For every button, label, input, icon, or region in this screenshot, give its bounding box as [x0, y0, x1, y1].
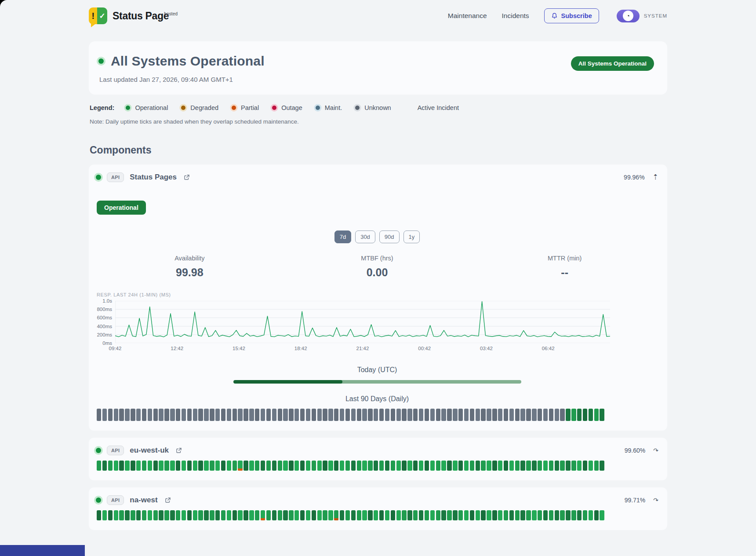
theme-toggle[interactable]: ◔: [617, 10, 640, 22]
uptime-tick: [515, 409, 520, 421]
uptime-tick: [317, 409, 322, 421]
range-30d-button[interactable]: 30d: [355, 230, 375, 243]
uptime-tick: [577, 409, 582, 421]
uptime-tick: [334, 461, 338, 471]
uptime-tick: [351, 510, 356, 520]
uptime-tick: [119, 409, 124, 421]
uptime-tick: [368, 461, 372, 471]
uptime-tick: [204, 510, 208, 520]
legend-item: Maint.: [316, 104, 342, 111]
range-1y-button[interactable]: 1y: [403, 230, 420, 243]
external-link-icon[interactable]: [175, 447, 182, 454]
stat-label: MTTR (min): [471, 255, 658, 262]
uptime-tick: [413, 461, 418, 471]
status-page: ! ✓ Status Page hosted Maintenance Incid…: [0, 0, 756, 556]
collapse-arrow-icon[interactable]: ⇡: [653, 174, 658, 181]
uptime-tick: [278, 409, 282, 421]
range-90d-button[interactable]: 90d: [379, 230, 400, 243]
uptime-tick: [396, 461, 401, 471]
uptime-tick: [164, 510, 169, 520]
uptime-tick: [198, 461, 203, 471]
y-tick-label: 0ms: [102, 340, 112, 346]
brand[interactable]: ! ✓ Status Page hosted: [89, 7, 174, 24]
uptime-tick: [97, 510, 101, 520]
legend-dot-outage: [272, 106, 276, 110]
uptime-tick: [464, 510, 469, 520]
uptime-tick-bar[interactable]: [96, 409, 604, 421]
uptime-tick: [396, 409, 401, 421]
uptime-tick: [453, 461, 457, 471]
uptime-tick: [470, 510, 474, 520]
y-tick-label: 1.0s: [102, 298, 112, 304]
uptime-tick: [571, 409, 576, 421]
uptime-tick: [374, 510, 378, 520]
uptime-tick: [108, 409, 113, 421]
expand-arrow-icon[interactable]: ↷: [653, 497, 658, 503]
subscribe-button[interactable]: Subscribe: [544, 8, 599, 23]
uptime-tick: [312, 510, 316, 520]
legend-dot-partial: [232, 106, 236, 110]
uptime-tick: [509, 510, 514, 520]
stat-label: MTBF (hrs): [284, 255, 471, 262]
uptime-tick: [278, 510, 282, 520]
uptime-tick: [402, 409, 406, 421]
uptime-tick: [441, 461, 446, 471]
uptime-tick: [193, 510, 197, 520]
uptime-tick: [125, 510, 129, 520]
uptime-tick: [283, 510, 287, 520]
external-link-icon[interactable]: [164, 497, 171, 504]
uptime-tick: [345, 461, 350, 471]
uptime-tick: [136, 510, 141, 520]
uptime-tick: [498, 510, 502, 520]
uptime-tick: [131, 510, 135, 520]
uptime-tick: [520, 409, 525, 421]
component-stats: Availability99.98MTBF (hrs)0.00MTTR (min…: [96, 255, 658, 279]
x-tick-label: 21:42: [356, 346, 369, 351]
uptime-tick: [323, 461, 327, 471]
uptime-tick: [114, 510, 118, 520]
legend-item-label: Unknown: [364, 104, 391, 111]
uptime-tick: [204, 461, 208, 471]
today-progress-fill: [233, 380, 343, 384]
nav-maintenance[interactable]: Maintenance: [448, 12, 487, 20]
uptime-tick: [520, 461, 525, 471]
uptime-tick-bar[interactable]: [96, 510, 604, 520]
uptime-tick: [368, 409, 372, 421]
uptime-tick: [142, 409, 146, 421]
uptime-tick: [136, 409, 141, 421]
uptime-tick: [402, 461, 406, 471]
uptime-tick: [504, 461, 508, 471]
uptime-tick: [492, 461, 497, 471]
uptime-tick: [549, 461, 553, 471]
nav-incidents[interactable]: Incidents: [502, 12, 529, 20]
uptime-tick: [119, 510, 124, 520]
uptime-tick: [362, 510, 367, 520]
uptime-tick: [430, 510, 435, 520]
expand-arrow-icon[interactable]: ↷: [653, 447, 658, 454]
uptime-tick: [589, 409, 593, 421]
uptime-tick: [272, 409, 276, 421]
uptime-tick: [255, 409, 259, 421]
uptime-tick: [385, 461, 389, 471]
component-name: Status Pages: [130, 173, 177, 182]
uptime-tick: [425, 409, 429, 421]
uptime-tick: [233, 510, 237, 520]
range-7d-button[interactable]: 7d: [334, 230, 351, 243]
uptime-tick: [520, 510, 525, 520]
uptime-tick: [430, 461, 435, 471]
component-uptime-percent: 99.71%: [625, 497, 645, 504]
uptime-tick: [227, 461, 231, 471]
uptime-tick: [526, 510, 531, 520]
uptime-tick: [515, 461, 520, 471]
uptime-tick: [487, 510, 491, 520]
uptime-tick: [142, 510, 146, 520]
uptime-tick: [560, 409, 564, 421]
uptime-tick: [379, 510, 384, 520]
external-link-icon[interactable]: [183, 174, 190, 181]
uptime-tick: [221, 461, 225, 471]
stat-mttr: MTTR (min)--: [471, 255, 658, 279]
uptime-tick-bar[interactable]: [96, 461, 604, 471]
uptime-tick: [153, 409, 158, 421]
uptime-tick: [249, 461, 254, 471]
uptime-tick: [317, 461, 322, 471]
